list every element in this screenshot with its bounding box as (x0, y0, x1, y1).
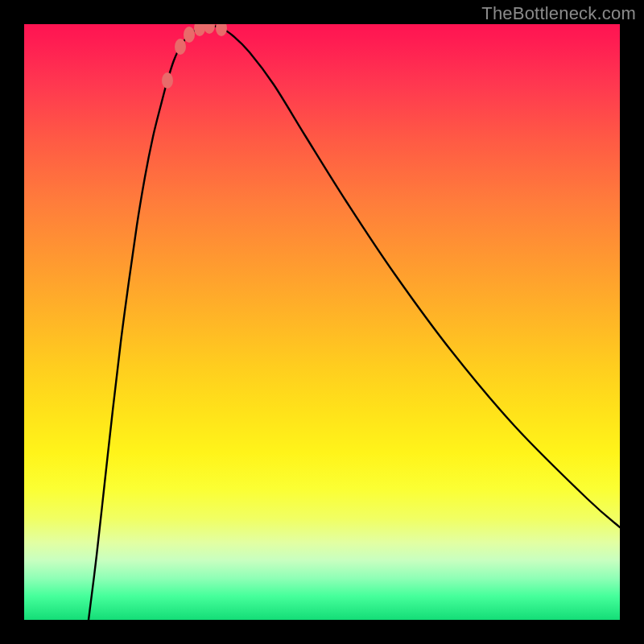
plot-area (24, 24, 620, 620)
marker-left-outer (162, 72, 173, 89)
watermark-text: TheBottleneck.com (481, 3, 636, 24)
marker-bottom-left (184, 27, 195, 43)
curve-svg (24, 24, 620, 620)
bottleneck-curve (89, 26, 620, 620)
marker-right-inner (204, 24, 215, 34)
curve-markers (162, 24, 227, 89)
marker-left-inner (175, 39, 186, 55)
marker-bottom-right (194, 24, 205, 36)
marker-right-outer (216, 24, 227, 36)
chart-canvas: TheBottleneck.com (0, 0, 644, 644)
